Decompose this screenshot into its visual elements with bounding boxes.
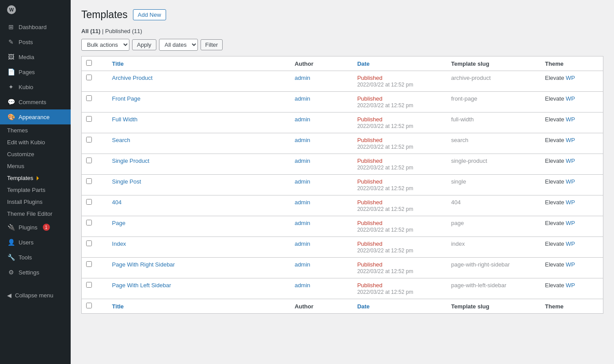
row-theme-link-0[interactable]: WP bbox=[566, 75, 575, 81]
sidebar-item-pages[interactable]: 📄 Pages bbox=[0, 64, 71, 79]
row-title-link-1[interactable]: Front Page bbox=[112, 95, 140, 102]
row-author-link-7[interactable]: admin bbox=[295, 220, 310, 226]
media-icon: 🖼 bbox=[7, 53, 15, 61]
row-title-4: Single Product bbox=[108, 154, 290, 175]
row-slug-val-5: single bbox=[451, 178, 466, 185]
row-checkbox-0[interactable] bbox=[86, 75, 92, 80]
row-theme-link-4[interactable]: WP bbox=[566, 158, 575, 164]
filter-all-link[interactable]: All (11) bbox=[81, 28, 102, 34]
sidebar-item-users[interactable]: 👤 Users bbox=[0, 235, 71, 250]
row-author-link-2[interactable]: admin bbox=[295, 116, 310, 123]
row-checkbox-1[interactable] bbox=[86, 95, 92, 101]
sidebar-item-comments[interactable]: 💬 Comments bbox=[0, 94, 71, 109]
sidebar-item-plugins[interactable]: 🔌 Plugins 1 bbox=[0, 220, 71, 235]
row-title-link-5[interactable]: Single Post bbox=[112, 178, 141, 185]
row-slug-1: front-page bbox=[447, 92, 541, 113]
sidebar-item-settings[interactable]: ⚙ Settings bbox=[0, 265, 71, 280]
date-sort-link[interactable]: Date bbox=[357, 60, 370, 67]
row-theme-link-5[interactable]: WP bbox=[566, 178, 575, 185]
sidebar-item-templates[interactable]: Templates bbox=[0, 172, 71, 184]
row-status-6: Published bbox=[357, 199, 383, 206]
row-title-link-8[interactable]: Index bbox=[112, 240, 126, 247]
table-row: Search admin Published 2022/03/22 at 12:… bbox=[82, 133, 603, 154]
title-footer-sort-link[interactable]: Title bbox=[112, 303, 124, 310]
row-author-link-4[interactable]: admin bbox=[295, 158, 310, 164]
row-title-link-4[interactable]: Single Product bbox=[112, 158, 150, 164]
row-author-link-0[interactable]: admin bbox=[295, 75, 310, 81]
title-sort-link[interactable]: Title bbox=[112, 60, 124, 67]
filter-published-link[interactable]: Published (11) bbox=[105, 28, 142, 34]
page-title: Templates bbox=[81, 9, 128, 21]
row-author-link-9[interactable]: admin bbox=[295, 261, 310, 268]
sidebar-item-edit-kubio[interactable]: Edit with Kubio bbox=[0, 136, 71, 148]
row-title-link-2[interactable]: Full Width bbox=[112, 116, 138, 123]
row-title-link-7[interactable]: Page bbox=[112, 220, 125, 226]
row-status-9: Published bbox=[357, 261, 383, 268]
users-icon: 👤 bbox=[7, 238, 15, 246]
sidebar-item-install-plugins[interactable]: Install Plugins bbox=[0, 196, 71, 208]
dates-select[interactable]: All dates bbox=[159, 39, 198, 51]
row-checkbox-9[interactable] bbox=[86, 261, 92, 267]
row-checkbox-5[interactable] bbox=[86, 178, 92, 184]
row-checkbox-2[interactable] bbox=[86, 116, 92, 122]
row-slug-4: single-product bbox=[447, 154, 541, 175]
row-checkbox-3[interactable] bbox=[86, 137, 92, 143]
row-title-link-3[interactable]: Search bbox=[112, 137, 130, 143]
row-title-1: Front Page bbox=[108, 92, 290, 113]
sidebar-item-dashboard[interactable]: ⊞ Dashboard bbox=[0, 19, 71, 34]
sidebar-item-label: Media bbox=[19, 54, 34, 60]
row-author-link-8[interactable]: admin bbox=[295, 240, 310, 247]
row-slug-0: archive-product bbox=[447, 71, 541, 92]
sidebar-item-menus[interactable]: Menus bbox=[0, 160, 71, 172]
row-checkbox-10[interactable] bbox=[86, 282, 92, 288]
select-all-footer-checkbox[interactable] bbox=[86, 303, 92, 308]
row-author-link-5[interactable]: admin bbox=[295, 178, 310, 185]
add-new-button[interactable]: Add New bbox=[133, 9, 166, 20]
row-slug-val-4: single-product bbox=[451, 158, 487, 164]
date-footer-sort-link[interactable]: Date bbox=[357, 303, 370, 310]
sidebar-item-appearance[interactable]: 🎨 Appearance bbox=[0, 109, 71, 124]
sidebar-item-theme-file-editor[interactable]: Theme File Editor bbox=[0, 208, 71, 220]
row-checkbox-7[interactable] bbox=[86, 220, 92, 225]
row-theme-link-8[interactable]: WP bbox=[566, 240, 575, 247]
row-author-4: admin bbox=[290, 154, 353, 175]
sidebar-item-customize[interactable]: Customize bbox=[0, 148, 71, 160]
sidebar-item-media[interactable]: 🖼 Media bbox=[0, 49, 71, 64]
sidebar-item-kubio[interactable]: ✦ Kubio bbox=[0, 79, 71, 94]
row-title-link-6[interactable]: 404 bbox=[112, 199, 122, 206]
row-checkbox-8[interactable] bbox=[86, 240, 92, 246]
row-author-0: admin bbox=[290, 71, 353, 92]
row-theme-link-2[interactable]: WP bbox=[566, 116, 575, 123]
row-slug-3: search bbox=[447, 133, 541, 154]
apply-button[interactable]: Apply bbox=[132, 39, 156, 50]
row-theme-link-9[interactable]: WP bbox=[566, 261, 575, 268]
row-author-link-3[interactable]: admin bbox=[295, 137, 310, 143]
row-author-link-6[interactable]: admin bbox=[295, 199, 310, 206]
row-cb-9 bbox=[82, 258, 108, 278]
row-theme-link-7[interactable]: WP bbox=[566, 220, 575, 226]
row-date-4: Published 2022/03/22 at 12:52 pm bbox=[353, 154, 447, 175]
sidebar-item-posts[interactable]: ✎ Posts bbox=[0, 34, 71, 49]
sidebar-item-template-parts[interactable]: Template Parts bbox=[0, 184, 71, 196]
row-checkbox-6[interactable] bbox=[86, 199, 92, 205]
col-header-slug: Template slug bbox=[447, 56, 541, 71]
sidebar-item-themes[interactable]: Themes bbox=[0, 124, 71, 136]
pages-icon: 📄 bbox=[7, 68, 15, 76]
row-checkbox-4[interactable] bbox=[86, 158, 92, 163]
row-theme-link-6[interactable]: WP bbox=[566, 199, 575, 206]
select-all-checkbox[interactable] bbox=[86, 60, 92, 66]
collapse-menu[interactable]: ◀ Collapse menu bbox=[0, 289, 71, 302]
row-theme-link-10[interactable]: WP bbox=[566, 282, 575, 289]
filter-button[interactable]: Filter bbox=[201, 39, 223, 50]
row-theme-link-1[interactable]: WP bbox=[566, 95, 575, 102]
row-author-5: admin bbox=[290, 175, 353, 195]
bulk-actions-select[interactable]: Bulk actions bbox=[81, 39, 129, 51]
sidebar-item-tools[interactable]: 🔧 Tools bbox=[0, 250, 71, 265]
row-title-link-10[interactable]: Page With Left Sidebar bbox=[112, 282, 171, 289]
row-author-link-10[interactable]: admin bbox=[295, 282, 310, 289]
row-author-link-1[interactable]: admin bbox=[295, 95, 310, 102]
row-theme-name-2: Elevate bbox=[545, 116, 566, 123]
row-title-link-0[interactable]: Archive Product bbox=[112, 75, 153, 81]
row-theme-link-3[interactable]: WP bbox=[566, 137, 575, 143]
row-title-link-9[interactable]: Page With Right Sidebar bbox=[112, 261, 175, 268]
